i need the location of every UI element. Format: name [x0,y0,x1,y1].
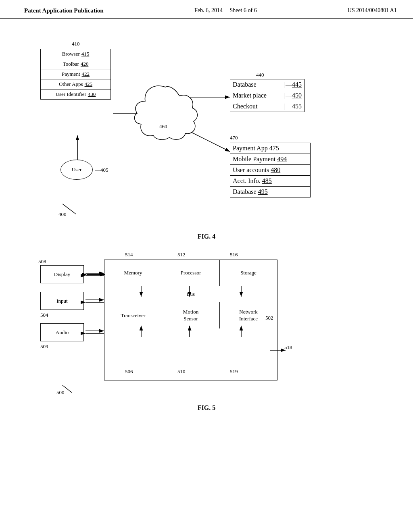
database495-row: Database 495 [230,187,310,197]
bus-row: Bus [104,286,277,302]
top-row: Memory Processor Storage [104,260,277,286]
input-num-label: 504 [40,312,48,318]
motionsensor-num-label: 510 [177,368,186,375]
display-box: Display [40,265,84,283]
input-box: Input [40,292,84,310]
paymentapp-row: Payment App 475 [230,143,310,154]
toolbar-row: Toolbar 420 [41,59,111,69]
useridentifier-num: 430 [88,91,96,98]
transceiver-cell: Transceiver [104,302,162,328]
page-header: Patent Application Publication Feb. 6, 2… [0,0,413,19]
main-system-box: Memory Processor Storage Bus Transcei [104,260,277,380]
fig4-caption: FIG. 4 [198,233,215,240]
mobilepayment-row: Mobile Payment 494 [230,154,310,165]
audio-num-label: 509 [40,343,48,350]
fig4-label: FIG. 4 [198,233,215,240]
acctinfo-row: Acct. Info. 485 [230,176,310,187]
box440: Database |—445 Market place |—450 Checko… [230,79,305,112]
patent-number: US 2014/0040801 A1 [348,7,397,14]
fig5-caption: FIG. 5 [198,404,215,411]
user-label: User [72,166,82,173]
payment-row: Payment 422 [41,69,111,79]
sheet-text: Sheet 6 of 6 [229,7,257,13]
otherapps-num: 425 [85,81,93,87]
fig4-400-label: 400 [58,211,67,218]
motion-label: MotionSensor [183,309,198,322]
useridentifier-row: User Identifier 430 [41,89,111,99]
fig5-500-label: 500 [56,389,65,396]
cloud-460 [131,79,200,143]
publication-title: Patent Application Publication [24,7,104,14]
memory-label: Memory [124,270,142,276]
audio-label: Audio [56,329,69,336]
date-text: Feb. 6, 2014 [194,7,223,13]
memory-cell: Memory [104,260,162,286]
payment-num: 422 [82,71,90,77]
cloud-num: 460 [159,123,167,130]
box470-number: 470 [230,135,238,141]
display-num-label: 508 [38,258,46,265]
processor-cell: Processor [162,260,220,286]
checkout-row: Checkout |—455 [230,101,304,112]
user-num: —405 [95,167,108,173]
box410-number: 410 [72,41,80,47]
browser-row: Browser 415 [41,49,111,59]
transceiver-num-label: 506 [125,368,133,375]
bus-num-label: 502 [265,315,273,321]
useraccounts-row: User accounts 480 [230,165,310,176]
box470: Payment App 475 Mobile Payment 494 User … [230,143,311,197]
storage-label: Storage [240,270,257,276]
motionsensor-cell: MotionSensor [162,302,220,328]
main-content: 410 Browser 415 Toolbar 420 Payment 422 … [0,19,413,422]
audio-box: Audio [40,323,84,341]
marketplace-row: Market place |—450 [230,90,304,101]
toolbar-num: 420 [81,61,89,67]
box440-number: 440 [256,72,264,78]
box410: Browser 415 Toolbar 420 Payment 422 Othe… [40,49,111,100]
user-circle: User [60,160,93,180]
processor-label: Processor [181,270,201,276]
fig4-diagram: 410 Browser 415 Toolbar 420 Payment 422 … [16,27,397,240]
bottom-row: Transceiver MotionSensor NetworkInterfac… [104,302,277,328]
browser-num: 415 [81,51,90,57]
database445-row: Database |—445 [230,79,304,90]
processor-num-label: 512 [177,251,186,258]
fig5-diagram: 508 Display Input 504 Audio 509 Memory [16,244,397,414]
memory-num-label: 514 [125,251,133,258]
networkinterface-num-label: 519 [230,368,238,375]
fig5-label: FIG. 5 [198,404,215,411]
storage-num-label: 516 [230,251,238,258]
bus-label: Bus [187,291,195,297]
arrow518-num: 518 [284,344,292,351]
input-label: Input [56,298,67,304]
network-label: NetworkInterface [239,309,258,322]
storage-cell: Storage [220,260,277,286]
publication-date: Feb. 6, 2014 Sheet 6 of 6 [194,7,257,14]
transceiver-label: Transceiver [121,312,146,319]
display-label: Display [54,271,70,278]
otherapps-row: Other Apps 425 [41,79,111,89]
